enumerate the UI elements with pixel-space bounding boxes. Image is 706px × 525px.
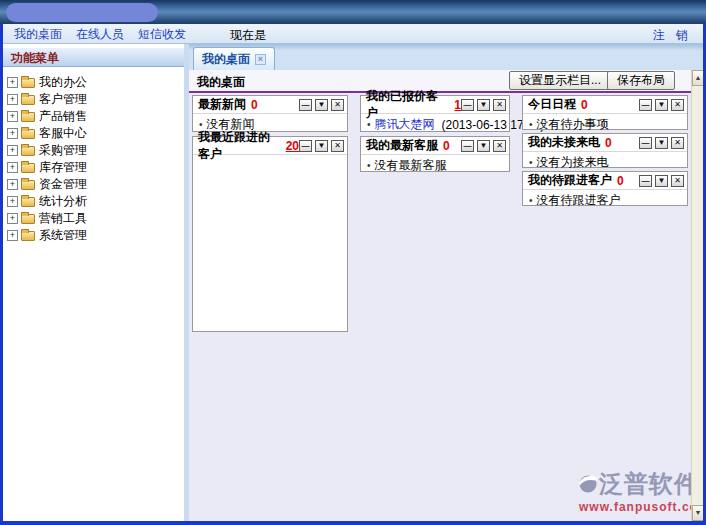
expand-icon[interactable]: + bbox=[7, 128, 18, 139]
bullet-icon: • bbox=[529, 157, 533, 168]
collapse-icon[interactable]: ▼ bbox=[315, 140, 328, 152]
nav-online-users[interactable]: 在线人员 bbox=[76, 26, 124, 43]
page-title: 我的桌面 bbox=[197, 74, 245, 91]
collapse-icon[interactable]: ▼ bbox=[477, 140, 490, 152]
collapse-icon[interactable]: ▼ bbox=[655, 137, 668, 149]
sidebar-item-label: 我的办公 bbox=[39, 74, 87, 91]
sidebar-item-label: 系统管理 bbox=[39, 227, 87, 244]
sidebar: 功能菜单 + 我的办公 + 客户管理 + 产品销售 + 客服中心 bbox=[3, 44, 184, 521]
bullet-icon: • bbox=[367, 160, 371, 171]
sidebar-item-marketing-tools[interactable]: + 营销工具 bbox=[7, 210, 182, 227]
panel-missed-calls: 我的未接来电 0 — ▼ ✕ • 没有为接来电 bbox=[522, 133, 688, 168]
panel-count: 0 bbox=[617, 174, 624, 188]
top-banner bbox=[0, 0, 706, 24]
panel-count-link[interactable]: 20 bbox=[286, 139, 299, 153]
sidebar-item-product-sales[interactable]: + 产品销售 bbox=[7, 108, 182, 125]
panel-count-link[interactable]: 1 bbox=[454, 98, 461, 112]
sidebar-item-label: 客服中心 bbox=[39, 125, 87, 142]
tab-strip: 我的桌面 × bbox=[189, 44, 703, 70]
panel-title: 我的未接来电 bbox=[528, 134, 600, 151]
collapse-icon[interactable]: ▼ bbox=[477, 99, 490, 111]
minimize-icon[interactable]: — bbox=[461, 99, 474, 111]
close-icon[interactable]: ✕ bbox=[671, 137, 684, 149]
panel-empty-item: • 没有待办事项 bbox=[523, 114, 687, 135]
minimize-icon[interactable]: — bbox=[639, 175, 652, 187]
window-border-bottom bbox=[0, 521, 706, 525]
panel-count: 0 bbox=[605, 136, 612, 150]
folder-icon bbox=[21, 214, 35, 224]
function-menu: + 我的办公 + 客户管理 + 产品销售 + 客服中心 + bbox=[7, 74, 182, 244]
sidebar-item-funds[interactable]: + 资金管理 bbox=[7, 176, 182, 193]
sidebar-item-label: 资金管理 bbox=[39, 176, 87, 193]
sidebar-title: 功能菜单 bbox=[3, 47, 184, 67]
folder-icon bbox=[21, 163, 35, 173]
vendor-url: www.fanpusoft.com bbox=[579, 500, 699, 514]
panel-title: 最新新闻 bbox=[198, 96, 246, 113]
panel-count: 0 bbox=[443, 139, 450, 153]
panel-title: 我的待跟进客户 bbox=[528, 172, 612, 189]
desktop-content: 最新新闻 0 — ▼ ✕ • 没有新闻 我最近跟进的客户 20 bbox=[189, 93, 691, 521]
save-layout-button[interactable]: 保存布局 bbox=[607, 71, 675, 90]
minimize-icon[interactable]: — bbox=[461, 140, 474, 152]
panel-empty-item: • 没有最新客服 bbox=[361, 155, 509, 176]
sidebar-item-label: 库存管理 bbox=[39, 159, 87, 176]
expand-icon[interactable]: + bbox=[7, 111, 18, 122]
folder-icon bbox=[21, 129, 35, 139]
minimize-icon[interactable]: — bbox=[299, 99, 312, 111]
folder-icon bbox=[21, 197, 35, 207]
sidebar-item-system-mgmt[interactable]: + 系统管理 bbox=[7, 227, 182, 244]
expand-icon[interactable]: + bbox=[7, 213, 18, 224]
nav-my-desktop[interactable]: 我的桌面 bbox=[14, 26, 62, 43]
folder-icon bbox=[21, 146, 35, 156]
close-icon[interactable]: ✕ bbox=[331, 140, 344, 152]
logout-link[interactable]: 注 销 bbox=[653, 27, 692, 44]
minimize-icon[interactable]: — bbox=[639, 137, 652, 149]
tab-close-icon[interactable]: × bbox=[255, 54, 266, 65]
collapse-icon[interactable]: ▼ bbox=[655, 175, 668, 187]
close-icon[interactable]: ✕ bbox=[331, 99, 344, 111]
panel-count: 0 bbox=[581, 98, 588, 112]
sidebar-item-statistics[interactable]: + 统计分析 bbox=[7, 193, 182, 210]
expand-icon[interactable]: + bbox=[7, 77, 18, 88]
application-window: 我的桌面 在线人员 短信收发 现在是 注 销 功能菜单 + 我的办公 + 客户管… bbox=[0, 0, 706, 525]
panel-quoted-customers: 我的已报价客户 1 — ▼ ✕ • 腾讯大楚网 (2013-06-13 17:1… bbox=[360, 95, 510, 132]
close-icon[interactable]: ✕ bbox=[671, 175, 684, 187]
vertical-scrollbar[interactable]: ▲ ▼ bbox=[691, 70, 703, 521]
sidebar-item-inventory[interactable]: + 库存管理 bbox=[7, 159, 182, 176]
expand-icon[interactable]: + bbox=[7, 179, 18, 190]
panel-recent-followed-customers: 我最近跟进的客户 20 — ▼ ✕ bbox=[192, 136, 348, 332]
panel-today-schedule: 今日日程 0 — ▼ ✕ • 没有待办事项 bbox=[522, 95, 688, 130]
sidebar-item-customer-mgmt[interactable]: + 客户管理 bbox=[7, 91, 182, 108]
close-icon[interactable]: ✕ bbox=[671, 99, 684, 111]
minimize-icon[interactable]: — bbox=[299, 140, 312, 152]
close-icon[interactable]: ✕ bbox=[493, 140, 506, 152]
sidebar-item-label: 采购管理 bbox=[39, 142, 87, 159]
sidebar-item-purchasing[interactable]: + 采购管理 bbox=[7, 142, 182, 159]
folder-icon bbox=[21, 180, 35, 190]
window-border-left bbox=[0, 24, 3, 525]
customer-link[interactable]: 腾讯大楚网 bbox=[375, 116, 435, 133]
nav-sms[interactable]: 短信收发 bbox=[138, 26, 186, 43]
tab-my-desktop[interactable]: 我的桌面 × bbox=[193, 47, 275, 70]
main-area: 我的桌面 × 我的桌面 设置显示栏目... 保存布局 最新新闻 0 — ▼ ✕ bbox=[189, 44, 703, 521]
expand-icon[interactable]: + bbox=[7, 196, 18, 207]
configure-columns-button[interactable]: 设置显示栏目... bbox=[509, 71, 611, 90]
sidebar-item-my-office[interactable]: + 我的办公 bbox=[7, 74, 182, 91]
panel-title: 我最近跟进的客户 bbox=[198, 129, 281, 163]
close-icon[interactable]: ✕ bbox=[493, 99, 506, 111]
vendor-watermark: 泛普软件 www.fanpusoft.com bbox=[579, 468, 699, 514]
expand-icon[interactable]: + bbox=[7, 162, 18, 173]
expand-icon[interactable]: + bbox=[7, 230, 18, 241]
collapse-icon[interactable]: ▼ bbox=[315, 99, 328, 111]
bullet-icon: • bbox=[367, 119, 371, 130]
minimize-icon[interactable]: — bbox=[639, 99, 652, 111]
navbar: 我的桌面 在线人员 短信收发 现在是 注 销 bbox=[0, 24, 706, 44]
sidebar-item-label: 营销工具 bbox=[39, 210, 87, 227]
panel-empty-item: • 没有为接来电 bbox=[523, 152, 687, 173]
expand-icon[interactable]: + bbox=[7, 145, 18, 156]
collapse-icon[interactable]: ▼ bbox=[655, 99, 668, 111]
expand-icon[interactable]: + bbox=[7, 94, 18, 105]
vendor-name: 泛普软件 bbox=[599, 468, 699, 500]
sidebar-item-service-center[interactable]: + 客服中心 bbox=[7, 125, 182, 142]
panel-pending-followup-customers: 我的待跟进客户 0 — ▼ ✕ • 没有待跟进客户 bbox=[522, 171, 688, 206]
